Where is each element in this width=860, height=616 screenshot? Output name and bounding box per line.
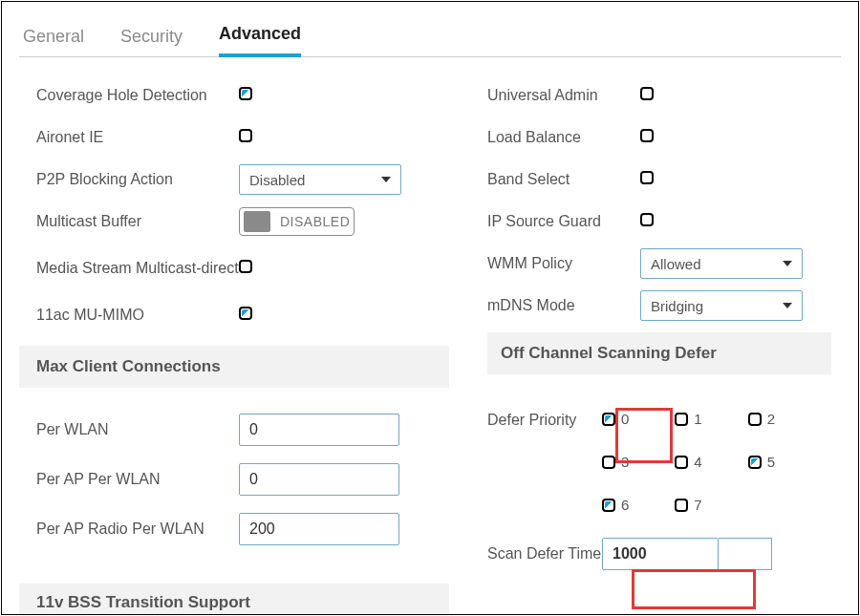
- scan-defer-time-extra: [719, 538, 772, 570]
- defer-priority-4-label: 4: [694, 454, 701, 470]
- tab-advanced[interactable]: Advanced: [219, 24, 301, 57]
- defer-priority-6-label: 6: [621, 497, 629, 513]
- defer-priority-7-label: 7: [694, 497, 701, 513]
- media-stream-checkbox[interactable]: [239, 260, 252, 273]
- per-ap-per-wlan-input[interactable]: [239, 463, 399, 496]
- band-select-label: Band Select: [487, 171, 640, 188]
- universal-admin-checkbox[interactable]: [640, 87, 654, 100]
- chevron-down-icon: [381, 177, 391, 182]
- left-column: Coverage Hole Detection Aironet IE P2P B…: [19, 74, 449, 570]
- mdns-mode-select[interactable]: Bridging: [640, 290, 803, 321]
- wmm-policy-label: WMM Policy: [487, 255, 640, 272]
- defer-priority-1-checkbox[interactable]: [675, 413, 688, 426]
- load-balance-label: Load Balance: [487, 129, 640, 146]
- mdns-mode-label: mDNS Mode: [487, 297, 640, 314]
- defer-priority-3-checkbox[interactable]: [602, 456, 615, 469]
- per-ap-radio-label: Per AP Radio Per WLAN: [19, 520, 239, 538]
- defer-priority-6-checkbox[interactable]: [602, 499, 615, 512]
- load-balance-checkbox[interactable]: [640, 129, 654, 142]
- per-wlan-input[interactable]: [239, 414, 399, 446]
- defer-priority-5-label: 5: [767, 454, 775, 470]
- chevron-down-icon: [783, 261, 792, 266]
- chevron-down-icon: [783, 303, 792, 308]
- per-wlan-label: Per WLAN: [19, 421, 239, 438]
- mu-mimo-checkbox[interactable]: [239, 307, 252, 320]
- defer-priority-1-label: 1: [694, 411, 701, 427]
- coverage-hole-label: Coverage Hole Detection: [19, 87, 239, 104]
- tab-security[interactable]: Security: [120, 27, 183, 56]
- defer-priority-grid: 0 1 2 3 4 5 6 7: [602, 411, 775, 513]
- coverage-hole-checkbox[interactable]: [239, 87, 252, 100]
- tab-general[interactable]: General: [23, 27, 84, 56]
- max-client-connections-header: Max Client Connections: [19, 346, 449, 388]
- defer-priority-3-label: 3: [621, 454, 629, 470]
- highlight-scan-defer-time: [632, 569, 756, 609]
- ip-source-guard-label: IP Source Guard: [487, 213, 640, 230]
- wmm-policy-value: Allowed: [651, 256, 701, 272]
- per-ap-radio-input[interactable]: [239, 513, 399, 545]
- p2p-blocking-select[interactable]: Disabled: [239, 164, 401, 195]
- wmm-policy-select[interactable]: Allowed: [640, 248, 803, 279]
- defer-priority-2-checkbox[interactable]: [748, 413, 762, 426]
- aironet-ie-label: Aironet IE: [19, 129, 239, 146]
- defer-priority-0-checkbox[interactable]: [602, 413, 615, 426]
- mdns-mode-value: Bridging: [651, 298, 703, 314]
- p2p-blocking-value: Disabled: [249, 172, 305, 188]
- band-select-checkbox[interactable]: [640, 171, 654, 184]
- media-stream-label: Media Stream Multicast-direct: [19, 259, 239, 278]
- multicast-buffer-label: Multicast Buffer: [19, 213, 239, 230]
- multicast-buffer-toggle[interactable]: DISABLED: [239, 207, 355, 236]
- ip-source-guard-checkbox[interactable]: [640, 213, 654, 226]
- defer-priority-label: Defer Priority: [487, 411, 602, 430]
- scan-defer-time-label: Scan Defer Time: [487, 544, 602, 563]
- defer-priority-7-checkbox[interactable]: [675, 499, 688, 512]
- defer-priority-5-checkbox[interactable]: [748, 456, 762, 469]
- multicast-buffer-toggle-text: DISABLED: [280, 214, 350, 229]
- p2p-blocking-label: P2P Blocking Action: [19, 171, 239, 188]
- defer-priority-0-label: 0: [621, 411, 629, 427]
- defer-priority-2-label: 2: [767, 411, 775, 427]
- aironet-ie-checkbox[interactable]: [239, 129, 252, 142]
- defer-priority-4-checkbox[interactable]: [675, 456, 688, 469]
- advanced-settings-panel: General Security Advanced Coverage Hole …: [1, 1, 859, 615]
- per-ap-per-wlan-label: Per AP Per WLAN: [19, 471, 239, 488]
- off-channel-scanning-defer-header: Off Channel Scanning Defer: [487, 332, 831, 374]
- tab-bar: General Security Advanced: [19, 2, 841, 57]
- bss-transition-header: 11v BSS Transition Support: [19, 584, 449, 614]
- mu-mimo-label: 11ac MU-MIMO: [19, 307, 239, 324]
- universal-admin-label: Universal Admin: [487, 87, 640, 104]
- right-column: Universal Admin Load Balance Band Select…: [487, 74, 831, 570]
- toggle-handle-icon: [244, 211, 270, 232]
- scan-defer-time-input[interactable]: [602, 538, 719, 570]
